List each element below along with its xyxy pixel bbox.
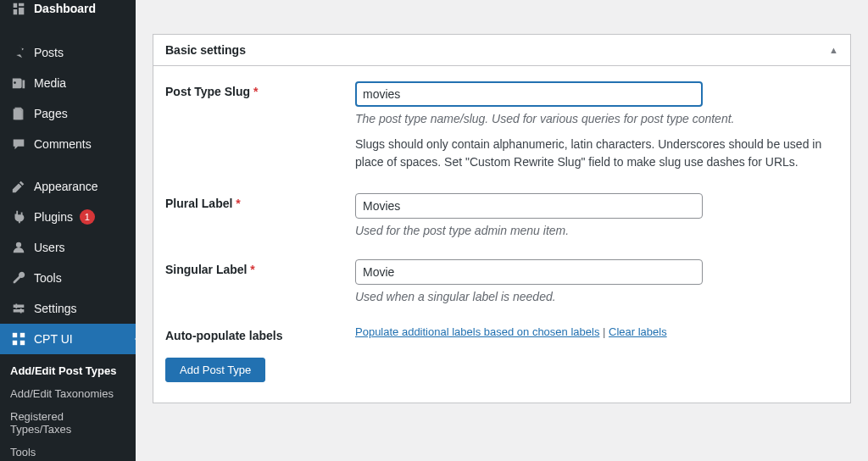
svg-rect-1 (20, 333, 25, 337)
input-singular-label[interactable] (355, 259, 703, 285)
help-plural: Used for the post type admin menu item. (355, 224, 838, 237)
link-separator: | (603, 325, 609, 338)
input-post-type-slug[interactable] (355, 81, 703, 107)
panel-header[interactable]: Basic settings ▲ (153, 35, 850, 66)
sidebar-sub-add-edit-taxonomies[interactable]: Add/Edit Taxonomies (0, 382, 136, 405)
panel-title: Basic settings (165, 43, 246, 57)
sidebar-submenu: Add/Edit Post Types Add/Edit Taxonomies … (0, 354, 136, 461)
sidebar-item-label: CPT UI (34, 332, 73, 346)
collapse-icon: ▲ (829, 45, 838, 55)
sidebar-item-pages[interactable]: Pages (0, 98, 136, 129)
comments-icon (10, 136, 27, 153)
input-plural-label[interactable] (355, 193, 703, 219)
sidebar-item-label: Appearance (34, 180, 98, 193)
sidebar-item-plugins[interactable]: Plugins 1 (0, 202, 136, 232)
label-plural: Plural Label * (165, 193, 335, 237)
sidebar-item-cptui[interactable]: CPT UI (0, 324, 136, 354)
sidebar-item-dashboard[interactable]: Dashboard (0, 0, 136, 25)
required-star: * (253, 85, 258, 98)
help-singular: Used when a singular label is needed. (355, 290, 838, 303)
settings-icon (10, 300, 27, 317)
sidebar-sub-registered-types[interactable]: Registered Types/Taxes (0, 405, 136, 441)
sidebar-item-label: Posts (34, 46, 64, 59)
main-content: Basic settings ▲ Post Type Slug * The po… (136, 0, 868, 461)
sidebar-item-comments[interactable]: Comments (0, 129, 136, 159)
link-populate-labels[interactable]: Populate additional labels based on chos… (355, 325, 599, 338)
help-slug-1: The post type name/slug. Used for variou… (355, 112, 838, 125)
label-singular: Singular Label * (165, 259, 335, 303)
label-post-type-slug: Post Type Slug * (165, 81, 335, 171)
sidebar-item-tools[interactable]: Tools (0, 263, 136, 293)
sidebar-item-label: Comments (34, 137, 92, 151)
svg-rect-3 (20, 341, 25, 345)
sidebar-sub-add-edit-post-types[interactable]: Add/Edit Post Types (0, 359, 136, 382)
pin-icon (10, 44, 27, 61)
sidebar-item-label: Dashboard (34, 2, 96, 15)
sidebar-item-label: Users (34, 241, 65, 254)
sidebar-sub-tools[interactable]: Tools (0, 441, 136, 461)
sidebar-item-label: Plugins (34, 210, 73, 224)
panel-body: Post Type Slug * The post type name/slug… (153, 66, 850, 403)
media-icon (10, 75, 27, 92)
link-clear-labels[interactable]: Clear labels (609, 325, 667, 338)
appearance-icon (10, 178, 27, 195)
sidebar-item-label: Tools (34, 271, 62, 285)
sidebar-item-posts[interactable]: Posts (0, 37, 136, 68)
sidebar-item-label: Settings (34, 302, 77, 315)
svg-rect-2 (13, 341, 17, 345)
admin-sidebar: Dashboard Posts Media Pages Comments App… (0, 0, 136, 461)
add-post-type-button[interactable]: Add Post Type (165, 358, 265, 382)
sidebar-item-media[interactable]: Media (0, 68, 136, 98)
help-slug-2: Slugs should only contain alphanumeric, … (355, 136, 838, 171)
sidebar-item-appearance[interactable]: Appearance (0, 171, 136, 202)
pages-icon (10, 105, 27, 122)
basic-settings-panel: Basic settings ▲ Post Type Slug * The po… (153, 34, 851, 403)
required-star: * (236, 197, 240, 210)
update-badge: 1 (80, 209, 95, 225)
tools-icon (10, 269, 27, 286)
dashboard-icon (10, 0, 27, 17)
required-star: * (250, 263, 254, 276)
sidebar-item-settings[interactable]: Settings (0, 293, 136, 324)
sidebar-item-label: Pages (34, 107, 68, 120)
cptui-icon (10, 330, 27, 347)
label-auto-populate: Auto-populate labels (165, 325, 335, 342)
sidebar-item-label: Media (34, 76, 66, 90)
plugins-icon (10, 208, 27, 225)
sidebar-item-users[interactable]: Users (0, 232, 136, 263)
svg-rect-0 (13, 333, 17, 337)
users-icon (10, 239, 27, 256)
